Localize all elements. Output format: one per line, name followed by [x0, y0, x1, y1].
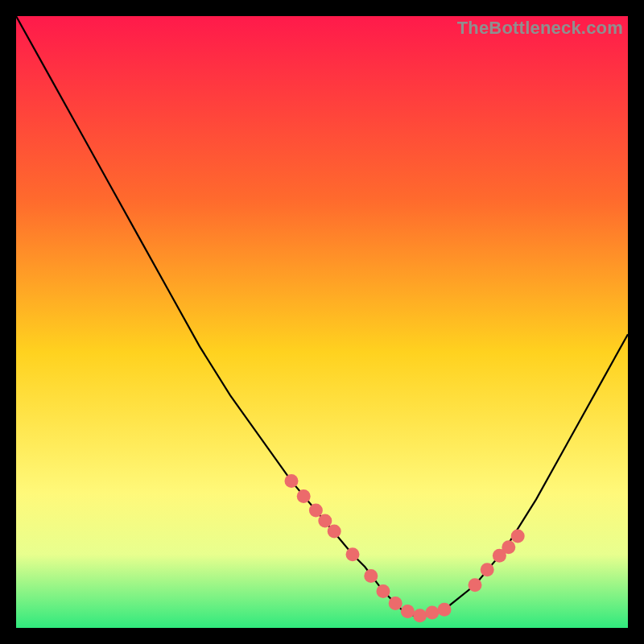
marker-dot — [401, 605, 415, 618]
chart-frame: TheBottleneck.com — [16, 16, 628, 628]
bottleneck-chart — [16, 16, 628, 628]
marker-dot — [297, 489, 311, 503]
marker-dot — [502, 540, 515, 554]
marker-dot — [413, 609, 427, 622]
marker-dot — [481, 563, 494, 576]
marker-dot — [328, 524, 341, 538]
marker-dot — [511, 530, 525, 543]
marker-dot — [285, 474, 299, 488]
marker-dot — [377, 584, 390, 598]
marker-dot — [438, 603, 452, 617]
marker-dot — [318, 514, 332, 528]
watermark-text: TheBottleneck.com — [457, 18, 623, 39]
marker-dot — [346, 547, 360, 561]
marker-dot — [364, 569, 378, 583]
marker-dot — [425, 606, 439, 620]
gradient-bg — [16, 16, 628, 628]
marker-dot — [309, 504, 323, 518]
marker-dot — [389, 597, 402, 610]
marker-dot — [469, 578, 482, 592]
